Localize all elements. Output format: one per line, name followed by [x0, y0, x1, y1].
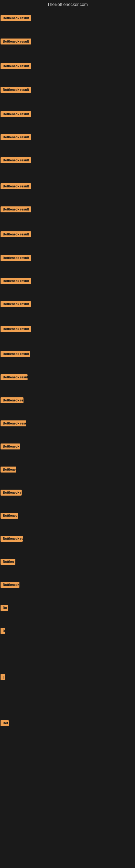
bottleneck-result-label[interactable]: Bottleneck result [1, 183, 31, 189]
result-row: Bo [1, 605, 8, 612]
result-row: Bottleneck result [1, 374, 28, 381]
result-row: Bottleneck result [1, 301, 31, 308]
bottleneck-result-label[interactable]: Bottlen [1, 559, 15, 565]
result-row: Bottleneck result [1, 63, 31, 70]
result-row: Bottlen [1, 559, 15, 566]
bottleneck-result-label[interactable]: Bottleneck result [1, 157, 31, 163]
bottleneck-result-label[interactable]: Bottleneck r [1, 490, 21, 496]
bottleneck-result-label[interactable]: Bottleneck re [1, 536, 23, 542]
bottleneck-result-label[interactable]: Bottleneck resul [1, 421, 26, 426]
bottleneck-result-label[interactable]: Bottleneck result [1, 351, 30, 357]
bottleneck-result-label[interactable]: Bottleneck result [1, 255, 31, 261]
result-row: Bottlene [1, 467, 16, 474]
result-row: Bot [1, 720, 9, 727]
result-row: Bottleneck result [1, 255, 31, 262]
bottleneck-result-label[interactable]: | [1, 674, 5, 680]
result-row: Bottleneck r [1, 490, 21, 497]
bottleneck-result-label[interactable]: Bottleneck result [1, 374, 28, 380]
result-row: | [1, 674, 5, 681]
bottleneck-result-label[interactable]: Bottleneck result [1, 38, 31, 44]
bottleneck-result-label[interactable]: B [1, 628, 5, 634]
bottleneck-result-label[interactable]: Bottleneck result [1, 87, 31, 93]
bottleneck-result-label[interactable]: Bottleneck [1, 582, 19, 588]
site-title: TheBottlenecker.com [0, 0, 135, 9]
result-row: Bottleneck result [1, 111, 31, 118]
bottleneck-result-label[interactable]: Bot [1, 720, 9, 726]
result-row: B [1, 628, 5, 635]
result-row: Bottleneck result [1, 38, 31, 45]
bottleneck-result-label[interactable]: Bottleneck result [1, 15, 31, 21]
result-row: Bottleneck result [1, 207, 31, 214]
bottleneck-result-label[interactable]: Bottleneck result [1, 207, 31, 212]
bottleneck-result-label[interactable]: Bottleneck result [1, 231, 31, 237]
result-row: Bottleneck result [1, 351, 30, 358]
result-row: Bottleneck result [1, 134, 31, 141]
bottleneck-result-label[interactable]: Bottleneck [1, 443, 20, 450]
result-row: Bottleneck result [1, 326, 31, 333]
result-row: Bottleneck resul [1, 421, 26, 428]
bottleneck-result-label[interactable]: Bottleneck result [1, 63, 31, 69]
bottleneck-result-label[interactable]: Bottleneck result [1, 301, 31, 307]
result-row: Bottleneck result [1, 15, 31, 22]
bottleneck-result-label[interactable]: Bottlene [1, 467, 16, 472]
result-row: Bottleneck re [1, 536, 23, 543]
result-row: Bottleneck [1, 443, 20, 451]
bottleneck-result-label[interactable]: Bo [1, 605, 8, 611]
bottleneck-result-label[interactable]: Bottleneck result [1, 278, 31, 284]
result-row: Bottleneck result [1, 231, 31, 239]
result-row: Bottleneck re [1, 397, 24, 404]
bottleneck-result-label[interactable]: Bottleneck re [1, 397, 24, 403]
bottleneck-result-label[interactable]: Bottlenec [1, 513, 18, 519]
result-row: Bottleneck result [1, 278, 31, 285]
bottleneck-result-label[interactable]: Bottleneck result [1, 111, 31, 117]
result-row: Bottleneck result [1, 183, 31, 190]
result-row: Bottleneck result [1, 157, 31, 164]
result-row: Bottleneck result [1, 87, 31, 94]
result-row: Bottleneck [1, 582, 19, 589]
bottleneck-result-label[interactable]: Bottleneck result [1, 134, 31, 140]
bottleneck-result-label[interactable]: Bottleneck result [1, 326, 31, 332]
result-row: Bottlenec [1, 513, 18, 520]
